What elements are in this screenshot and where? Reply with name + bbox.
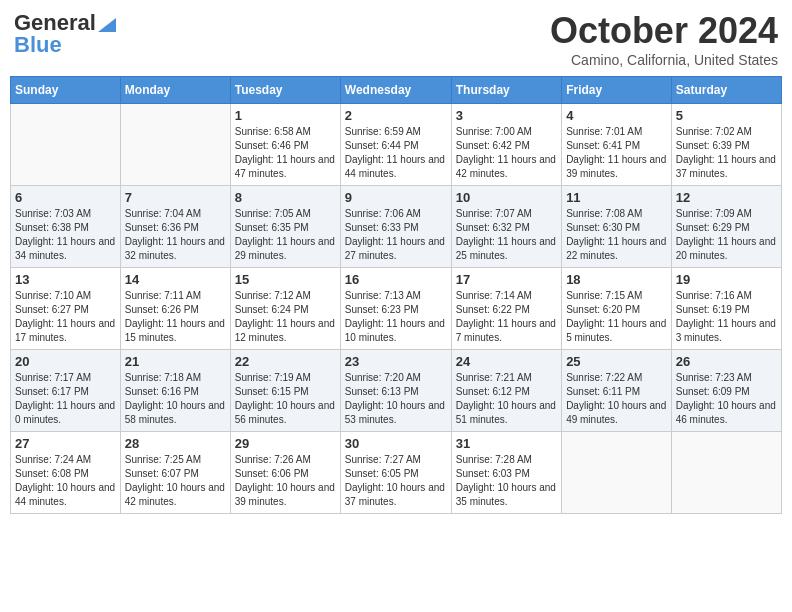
- calendar-cell: 7Sunrise: 7:04 AM Sunset: 6:36 PM Daylig…: [120, 186, 230, 268]
- header-monday: Monday: [120, 77, 230, 104]
- calendar-cell: 19Sunrise: 7:16 AM Sunset: 6:19 PM Dayli…: [671, 268, 781, 350]
- calendar-week-row: 27Sunrise: 7:24 AM Sunset: 6:08 PM Dayli…: [11, 432, 782, 514]
- header-saturday: Saturday: [671, 77, 781, 104]
- header-friday: Friday: [562, 77, 672, 104]
- logo: General Blue: [14, 10, 116, 58]
- day-info: Sunrise: 7:16 AM Sunset: 6:19 PM Dayligh…: [676, 289, 777, 345]
- calendar-cell: 3Sunrise: 7:00 AM Sunset: 6:42 PM Daylig…: [451, 104, 561, 186]
- day-number: 1: [235, 108, 336, 123]
- header-sunday: Sunday: [11, 77, 121, 104]
- day-number: 8: [235, 190, 336, 205]
- day-info: Sunrise: 7:11 AM Sunset: 6:26 PM Dayligh…: [125, 289, 226, 345]
- calendar-cell: 21Sunrise: 7:18 AM Sunset: 6:16 PM Dayli…: [120, 350, 230, 432]
- day-number: 27: [15, 436, 116, 451]
- calendar-cell: 11Sunrise: 7:08 AM Sunset: 6:30 PM Dayli…: [562, 186, 672, 268]
- calendar-cell: 28Sunrise: 7:25 AM Sunset: 6:07 PM Dayli…: [120, 432, 230, 514]
- svg-marker-0: [98, 18, 116, 32]
- calendar-cell: 9Sunrise: 7:06 AM Sunset: 6:33 PM Daylig…: [340, 186, 451, 268]
- day-info: Sunrise: 7:25 AM Sunset: 6:07 PM Dayligh…: [125, 453, 226, 509]
- day-info: Sunrise: 7:10 AM Sunset: 6:27 PM Dayligh…: [15, 289, 116, 345]
- day-number: 10: [456, 190, 557, 205]
- calendar-cell: 14Sunrise: 7:11 AM Sunset: 6:26 PM Dayli…: [120, 268, 230, 350]
- day-info: Sunrise: 7:03 AM Sunset: 6:38 PM Dayligh…: [15, 207, 116, 263]
- header-thursday: Thursday: [451, 77, 561, 104]
- day-number: 19: [676, 272, 777, 287]
- day-info: Sunrise: 7:04 AM Sunset: 6:36 PM Dayligh…: [125, 207, 226, 263]
- day-info: Sunrise: 7:09 AM Sunset: 6:29 PM Dayligh…: [676, 207, 777, 263]
- day-number: 4: [566, 108, 667, 123]
- day-info: Sunrise: 7:21 AM Sunset: 6:12 PM Dayligh…: [456, 371, 557, 427]
- calendar-cell: 10Sunrise: 7:07 AM Sunset: 6:32 PM Dayli…: [451, 186, 561, 268]
- day-info: Sunrise: 7:08 AM Sunset: 6:30 PM Dayligh…: [566, 207, 667, 263]
- day-number: 11: [566, 190, 667, 205]
- page-header: General Blue October 2024 Camino, Califo…: [10, 10, 782, 68]
- day-number: 5: [676, 108, 777, 123]
- day-info: Sunrise: 7:07 AM Sunset: 6:32 PM Dayligh…: [456, 207, 557, 263]
- day-number: 9: [345, 190, 447, 205]
- day-info: Sunrise: 7:19 AM Sunset: 6:15 PM Dayligh…: [235, 371, 336, 427]
- day-number: 6: [15, 190, 116, 205]
- day-number: 30: [345, 436, 447, 451]
- calendar-cell: 20Sunrise: 7:17 AM Sunset: 6:17 PM Dayli…: [11, 350, 121, 432]
- day-info: Sunrise: 7:27 AM Sunset: 6:05 PM Dayligh…: [345, 453, 447, 509]
- day-number: 31: [456, 436, 557, 451]
- day-number: 23: [345, 354, 447, 369]
- day-info: Sunrise: 7:14 AM Sunset: 6:22 PM Dayligh…: [456, 289, 557, 345]
- calendar-cell: 26Sunrise: 7:23 AM Sunset: 6:09 PM Dayli…: [671, 350, 781, 432]
- day-info: Sunrise: 7:12 AM Sunset: 6:24 PM Dayligh…: [235, 289, 336, 345]
- calendar-week-row: 13Sunrise: 7:10 AM Sunset: 6:27 PM Dayli…: [11, 268, 782, 350]
- calendar-cell: 18Sunrise: 7:15 AM Sunset: 6:20 PM Dayli…: [562, 268, 672, 350]
- day-number: 15: [235, 272, 336, 287]
- location: Camino, California, United States: [550, 52, 778, 68]
- title-block: October 2024 Camino, California, United …: [550, 10, 778, 68]
- calendar-header-row: SundayMondayTuesdayWednesdayThursdayFrid…: [11, 77, 782, 104]
- day-info: Sunrise: 7:06 AM Sunset: 6:33 PM Dayligh…: [345, 207, 447, 263]
- calendar-cell: 2Sunrise: 6:59 AM Sunset: 6:44 PM Daylig…: [340, 104, 451, 186]
- day-info: Sunrise: 7:02 AM Sunset: 6:39 PM Dayligh…: [676, 125, 777, 181]
- calendar-cell: 5Sunrise: 7:02 AM Sunset: 6:39 PM Daylig…: [671, 104, 781, 186]
- month-title: October 2024: [550, 10, 778, 52]
- calendar-cell: 30Sunrise: 7:27 AM Sunset: 6:05 PM Dayli…: [340, 432, 451, 514]
- day-info: Sunrise: 7:20 AM Sunset: 6:13 PM Dayligh…: [345, 371, 447, 427]
- day-info: Sunrise: 7:15 AM Sunset: 6:20 PM Dayligh…: [566, 289, 667, 345]
- day-info: Sunrise: 7:22 AM Sunset: 6:11 PM Dayligh…: [566, 371, 667, 427]
- calendar-cell: 13Sunrise: 7:10 AM Sunset: 6:27 PM Dayli…: [11, 268, 121, 350]
- calendar-cell: 1Sunrise: 6:58 AM Sunset: 6:46 PM Daylig…: [230, 104, 340, 186]
- day-number: 29: [235, 436, 336, 451]
- day-number: 28: [125, 436, 226, 451]
- calendar-cell: 25Sunrise: 7:22 AM Sunset: 6:11 PM Dayli…: [562, 350, 672, 432]
- day-info: Sunrise: 7:00 AM Sunset: 6:42 PM Dayligh…: [456, 125, 557, 181]
- day-number: 7: [125, 190, 226, 205]
- day-number: 24: [456, 354, 557, 369]
- calendar-table: SundayMondayTuesdayWednesdayThursdayFrid…: [10, 76, 782, 514]
- header-wednesday: Wednesday: [340, 77, 451, 104]
- day-number: 13: [15, 272, 116, 287]
- calendar-cell: [11, 104, 121, 186]
- calendar-week-row: 1Sunrise: 6:58 AM Sunset: 6:46 PM Daylig…: [11, 104, 782, 186]
- day-info: Sunrise: 7:24 AM Sunset: 6:08 PM Dayligh…: [15, 453, 116, 509]
- day-number: 21: [125, 354, 226, 369]
- day-info: Sunrise: 6:59 AM Sunset: 6:44 PM Dayligh…: [345, 125, 447, 181]
- day-info: Sunrise: 7:23 AM Sunset: 6:09 PM Dayligh…: [676, 371, 777, 427]
- calendar-cell: [562, 432, 672, 514]
- day-number: 16: [345, 272, 447, 287]
- day-number: 22: [235, 354, 336, 369]
- header-tuesday: Tuesday: [230, 77, 340, 104]
- day-info: Sunrise: 7:13 AM Sunset: 6:23 PM Dayligh…: [345, 289, 447, 345]
- calendar-cell: 15Sunrise: 7:12 AM Sunset: 6:24 PM Dayli…: [230, 268, 340, 350]
- calendar-week-row: 20Sunrise: 7:17 AM Sunset: 6:17 PM Dayli…: [11, 350, 782, 432]
- calendar-week-row: 6Sunrise: 7:03 AM Sunset: 6:38 PM Daylig…: [11, 186, 782, 268]
- calendar-cell: 16Sunrise: 7:13 AM Sunset: 6:23 PM Dayli…: [340, 268, 451, 350]
- day-info: Sunrise: 6:58 AM Sunset: 6:46 PM Dayligh…: [235, 125, 336, 181]
- calendar-cell: 24Sunrise: 7:21 AM Sunset: 6:12 PM Dayli…: [451, 350, 561, 432]
- day-number: 18: [566, 272, 667, 287]
- calendar-cell: 23Sunrise: 7:20 AM Sunset: 6:13 PM Dayli…: [340, 350, 451, 432]
- day-number: 12: [676, 190, 777, 205]
- day-number: 20: [15, 354, 116, 369]
- calendar-cell: 17Sunrise: 7:14 AM Sunset: 6:22 PM Dayli…: [451, 268, 561, 350]
- calendar-cell: 31Sunrise: 7:28 AM Sunset: 6:03 PM Dayli…: [451, 432, 561, 514]
- calendar-cell: [671, 432, 781, 514]
- day-info: Sunrise: 7:01 AM Sunset: 6:41 PM Dayligh…: [566, 125, 667, 181]
- logo-blue: Blue: [14, 32, 62, 58]
- day-number: 17: [456, 272, 557, 287]
